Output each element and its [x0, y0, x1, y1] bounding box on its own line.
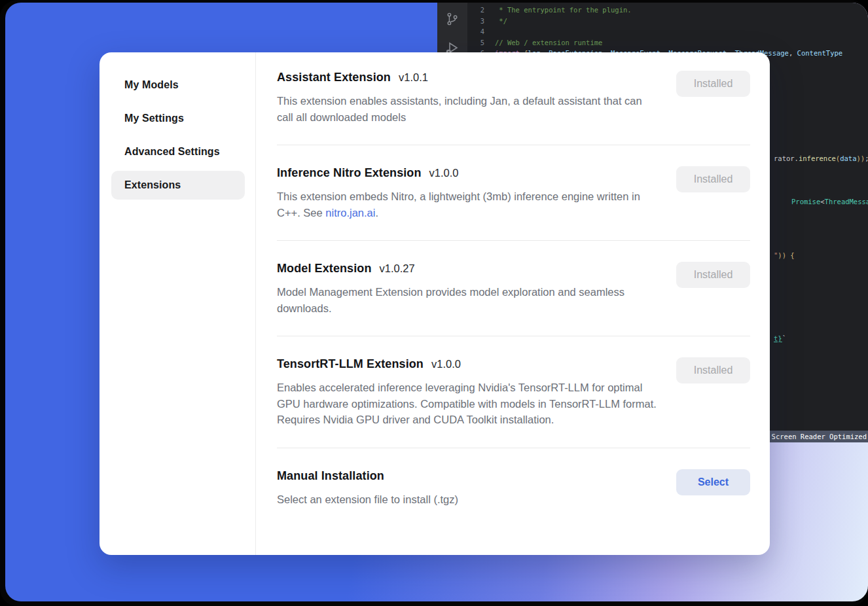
- app-window: 2 * The entrypoint for the plugin.3 */45…: [0, 0, 868, 606]
- code-line: 2 * The entrypoint for the plugin.: [467, 5, 868, 16]
- screen-reader-status-item[interactable]: Screen Reader Optimized: [765, 431, 868, 442]
- code-token: * The entrypoint for the plugin.: [495, 5, 632, 16]
- extension-row: TensortRT-LLM Extensionv1.0.0Enables acc…: [277, 336, 750, 448]
- extension-version: v1.0.0: [429, 167, 459, 179]
- extension-row: Assistant Extensionv1.0.1This extension …: [277, 71, 750, 145]
- installed-button[interactable]: Installed: [676, 166, 750, 192]
- code-token: Promise: [791, 198, 820, 205]
- extension-row: Model Extensionv1.0.27Model Management E…: [277, 241, 750, 336]
- line-number: 4: [467, 26, 495, 37]
- extension-description: This extension embeds Nitro, a lightweig…: [277, 188, 660, 221]
- code-token: ThreadMessage: [825, 198, 868, 205]
- code-token: data: [840, 154, 856, 162]
- background-gradient: 2 * The entrypoint for the plugin.3 */45…: [5, 3, 868, 601]
- code-area[interactable]: 2 * The entrypoint for the plugin.3 */45…: [467, 5, 868, 59]
- extension-description: Enables accelerated inference leveraging…: [277, 380, 660, 428]
- extension-description: Select an extension file to install (.tg…: [277, 491, 458, 508]
- code-token: rator: [774, 154, 795, 162]
- code-fragment: rator.inference(data));: [774, 154, 868, 163]
- code-token: t}: [774, 334, 782, 342]
- line-number: 3: [467, 16, 495, 27]
- extension-version: v1.0.27: [380, 262, 415, 275]
- extension-name: Model Extension: [277, 262, 372, 276]
- settings-modal: My ModelsMy SettingsAdvanced SettingsExt…: [99, 52, 770, 555]
- extension-description: This extension enables assistants, inclu…: [277, 93, 660, 125]
- sidebar-item-extensions[interactable]: Extensions: [111, 171, 245, 200]
- code-token: */: [495, 16, 507, 27]
- extension-link[interactable]: nitro.jan.ai: [325, 207, 375, 219]
- extension-info: Inference Nitro Extensionv1.0.0This exte…: [277, 166, 660, 221]
- code-token: `: [782, 334, 786, 342]
- sidebar-item-my-settings[interactable]: My Settings: [111, 104, 245, 133]
- extension-name: Assistant Extension: [277, 71, 391, 84]
- extension-version: v1.0.0: [431, 358, 461, 370]
- extension-info: Model Extensionv1.0.27Model Management E…: [277, 262, 660, 316]
- code-token: inference: [799, 154, 836, 162]
- code-token: {: [790, 251, 794, 259]
- extension-info: Assistant Extensionv1.0.1This extension …: [277, 71, 660, 125]
- code-token: )): [856, 154, 865, 162]
- code-line: 5// Web / extension runtime: [467, 37, 868, 48]
- extension-name: Inference Nitro Extension: [277, 166, 422, 180]
- code-line: 4: [467, 26, 868, 37]
- extension-version: v1.0.1: [399, 71, 428, 84]
- code-fragment: t}`: [774, 334, 786, 343]
- code-token: ;: [865, 154, 868, 162]
- line-number: 2: [467, 5, 495, 16]
- code-fragment: Promise<ThreadMessage>: [791, 197, 868, 206]
- sidebar-item-my-models[interactable]: My Models: [111, 71, 245, 99]
- extensions-list: Assistant Extensionv1.0.1This extension …: [256, 52, 770, 555]
- extension-row: Manual InstallationSelect an extension f…: [277, 448, 750, 521]
- select-button[interactable]: Select: [676, 469, 750, 495]
- extension-info: Manual InstallationSelect an extension f…: [277, 469, 458, 508]
- sidebar-item-advanced-settings[interactable]: Advanced Settings: [111, 137, 245, 166]
- extension-description: Model Management Extension provides mode…: [277, 284, 660, 316]
- line-number: 5: [467, 37, 495, 48]
- extension-row: Inference Nitro Extensionv1.0.0This exte…: [277, 145, 750, 241]
- source-control-icon[interactable]: [444, 10, 461, 27]
- code-fragment: ")) {: [774, 251, 795, 260]
- extension-info: TensortRT-LLM Extensionv1.0.0Enables acc…: [277, 357, 660, 428]
- code-line: 3 */: [467, 16, 868, 27]
- code-token: ,: [789, 48, 797, 59]
- installed-button[interactable]: Installed: [676, 357, 750, 383]
- installed-button[interactable]: Installed: [676, 71, 750, 97]
- settings-sidebar: My ModelsMy SettingsAdvanced SettingsExt…: [99, 52, 256, 555]
- code-token: ContentType: [797, 48, 843, 59]
- code-token: // Web / extension runtime: [495, 37, 602, 48]
- extension-name: Manual Installation: [277, 469, 384, 483]
- code-token: )): [778, 251, 790, 259]
- extension-name: TensortRT-LLM Extension: [277, 357, 424, 371]
- installed-button[interactable]: Installed: [676, 262, 750, 288]
